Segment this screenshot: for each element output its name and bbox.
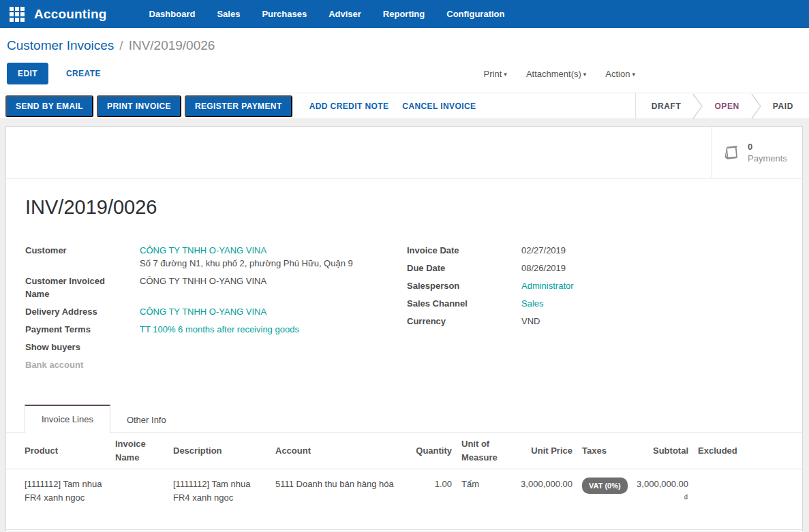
statusbar-states: DRAFT OPEN PAID [635,93,809,119]
field-due-date: Due Date 08/26/2019 [407,262,789,275]
tax-badge: VAT (0%) [582,478,628,494]
apps-grid-icon[interactable] [10,7,25,22]
nav-item-configuration[interactable]: Configuration [436,0,515,28]
stat-text: 0 Payments [748,141,787,164]
currency-value: VND [521,315,540,328]
app-title[interactable]: Accounting [34,7,107,22]
col-unit-price: Unit Price [513,444,577,458]
field-salesperson: Salesperson Administrator [407,279,789,292]
sheet-body: INV/2019/0026 Customer CÔNG TY TNHH O-YA… [6,196,802,376]
notebook-tabs: Invoice Lines Other Info [6,405,802,433]
field-delivery-address: Delivery Address CÔNG TY TNHH O-YANG VIN… [25,305,407,318]
customer-label: Customer [25,244,140,270]
salesperson-label: Salesperson [407,279,521,292]
customer-invoiced-name-label: Customer Invoiced Name [25,275,140,300]
breadcrumb-separator: / [119,38,123,52]
payments-count: 0 [748,141,787,153]
tab-other-info[interactable]: Other Info [110,407,183,433]
attachments-menu[interactable]: Attachment(s)▾ [526,69,586,79]
cell-uom: Tấm [457,478,513,491]
payment-terms-link[interactable]: TT 100% 6 months after receiving goods [140,324,299,334]
create-button[interactable]: CREATE [66,69,101,78]
customer-address: Số 7 đường N1, khu phố 2, phường Phú Hữu… [140,258,353,268]
breadcrumb: Customer Invoices/INV/2019/0026 [5,28,809,59]
invoice-form-sheet: 0 Payments INV/2019/0026 Customer CÔNG T… [5,126,803,531]
delivery-address-link[interactable]: CÔNG TY TNHH O-YANG VINA [140,307,266,317]
invoice-number-title: INV/2019/0026 [25,196,789,219]
payment-terms-label: Payment Terms [25,323,140,336]
caret-down-icon: ▾ [504,71,507,78]
bank-account-label: Bank account [25,358,140,371]
button-box: 0 Payments [6,127,802,178]
breadcrumb-current: INV/2019/0026 [129,38,215,52]
delivery-address-label: Delivery Address [25,305,140,318]
nav-item-reporting[interactable]: Reporting [372,0,436,28]
print-menu[interactable]: Print▾ [484,69,507,79]
field-currency: Currency VND [407,315,789,328]
nav-item-purchases[interactable]: Purchases [251,0,318,28]
due-date-value: 08/26/2019 [521,262,566,275]
chevron-separator-icon [692,93,703,119]
nav-item-sales[interactable]: Sales [206,0,251,28]
tab-invoice-lines[interactable]: Invoice Lines [25,405,110,433]
breadcrumb-parent-link[interactable]: Customer Invoices [7,38,114,52]
cancel-invoice-button[interactable]: CANCEL INVOICE [402,101,476,111]
customer-link[interactable]: CÔNG TY TNHH O-YANG VINA [140,245,266,255]
col-subtotal: Subtotal [625,444,693,458]
col-product: Product [6,444,110,458]
send-by-email-button[interactable]: SEND BY EMAIL [5,95,93,117]
invoice-date-value: 02/27/2019 [521,244,566,257]
statusbar-buttons: SEND BY EMAIL PRINT INVOICE REGISTER PAY… [0,93,635,119]
cell-product: [1111112] Tam nhua FR4 xanh ngoc [6,478,110,505]
payments-label: Payments [748,153,787,164]
col-quantity: Quantity [402,444,457,458]
salesperson-link[interactable]: Administrator [521,281,574,291]
form-statusbar: SEND BY EMAIL PRINT INVOICE REGISTER PAY… [0,93,809,119]
field-customer: Customer CÔNG TY TNHH O-YANG VINA Số 7 đ… [25,244,407,270]
cell-unit-price: 3,000,000.00 [513,478,577,491]
sales-channel-link[interactable]: Sales [521,298,544,309]
caret-down-icon: ▾ [632,71,635,78]
customer-invoiced-name-value: CÔNG TY TNHH O-YANG VINA [140,275,266,300]
col-account: Account [271,444,402,458]
nav-menu: Dashboard Sales Purchases Adviser Report… [138,0,516,28]
state-paid[interactable]: PAID [761,101,805,111]
field-group-right: Invoice Date 02/27/2019 Due Date 08/26/2… [407,244,789,376]
register-payment-button[interactable]: REGISTER PAYMENT [185,95,292,117]
field-show-buyers: Show buyers [25,341,407,354]
control-panel: Customer Invoices/INV/2019/0026 EDIT CRE… [0,28,809,93]
state-draft[interactable]: DRAFT [640,101,693,111]
col-description: Description [168,444,271,458]
edit-button[interactable]: EDIT [7,63,48,84]
control-panel-buttons: EDIT CREATE Print▾ Attachment(s)▾ Action… [5,59,809,93]
invoice-line-row[interactable]: [1111112] Tam nhua FR4 xanh ngoc [111111… [6,469,802,530]
col-uom: Unit of Measure [457,437,513,465]
nav-item-dashboard[interactable]: Dashboard [138,0,207,28]
page-background: 0 Payments INV/2019/0026 Customer CÔNG T… [0,119,809,531]
cell-subtotal: 3,000,000.00 ₫ [625,478,693,505]
field-sales-channel: Sales Channel Sales [407,297,789,310]
caret-down-icon: ▾ [583,71,587,78]
top-navbar: Accounting Dashboard Sales Purchases Adv… [0,0,809,28]
chevron-separator-icon [751,93,761,119]
sales-channel-label: Sales Channel [407,297,521,310]
invoice-date-label: Invoice Date [407,244,521,257]
field-invoice-date: Invoice Date 02/27/2019 [407,244,789,257]
field-groups: Customer CÔNG TY TNHH O-YANG VINA Số 7 đ… [25,244,789,376]
action-menu[interactable]: Action▾ [605,69,635,79]
currency-label: Currency [407,315,521,328]
col-excluded: Excluded [693,444,802,458]
field-bank-account: Bank account [25,358,407,371]
print-invoice-button[interactable]: PRINT INVOICE [97,95,181,117]
nav-item-adviser[interactable]: Adviser [318,0,372,28]
action-menus: Print▾ Attachment(s)▾ Action▾ [484,69,635,79]
state-open[interactable]: OPEN [703,101,750,111]
field-group-left: Customer CÔNG TY TNHH O-YANG VINA Số 7 đ… [25,244,407,376]
col-taxes: Taxes [577,444,625,458]
field-customer-invoiced-name: Customer Invoiced Name CÔNG TY TNHH O-YA… [25,275,407,300]
journal-book-icon [722,143,740,161]
payments-stat-button[interactable]: 0 Payments [712,127,802,178]
cell-description: [1111112] Tam nhua FR4 xanh ngoc [168,478,271,505]
add-credit-note-button[interactable]: ADD CREDIT NOTE [309,101,389,111]
col-invoice-name: Invoice Name [110,437,168,465]
